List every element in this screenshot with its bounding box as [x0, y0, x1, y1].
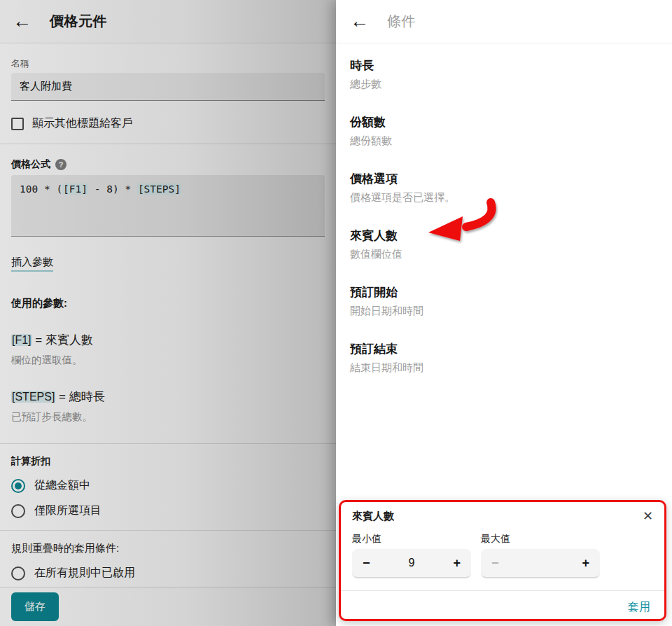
- condition-title: 預訂開始: [350, 284, 658, 300]
- param-steps-chip: [STEPS]: [11, 391, 55, 403]
- formula-text: - 8) *: [88, 183, 137, 195]
- dialog-fields: 最小值 − 9 + 最大值 − +: [352, 533, 653, 578]
- condition-item-price-option[interactable]: 價格選項 價格選項是否已選擇。: [350, 171, 658, 204]
- apply-button[interactable]: 套用: [628, 600, 650, 615]
- overlap-section-label: 規則重疊時的套用條件:: [11, 542, 325, 555]
- radio-all-rules[interactable]: 在所有規則中已啟用: [11, 566, 325, 580]
- radio-icon[interactable]: [11, 566, 25, 580]
- condition-item-booking-end[interactable]: 預訂結束 結束日期和時間: [350, 341, 658, 375]
- radio-selected-items-only[interactable]: 僅限所選項目: [11, 503, 325, 518]
- conditions-list: 時長 總步數 份額數 總份額數 價格選項 價格選項是否已選擇。 來賓人數 數值欄…: [336, 43, 672, 375]
- radio-selected-items-label: 僅限所選項目: [34, 503, 102, 518]
- help-icon[interactable]: ?: [55, 159, 66, 170]
- price-component-form: 名稱 客人附加費 顯示其他標題給客戶 價格公式 ? 100 * ([F1] - …: [0, 57, 336, 626]
- show-alt-title-label: 顯示其他標題給客戶: [32, 116, 133, 131]
- condition-subtitle: 開始日期和時間: [350, 305, 658, 318]
- max-value-stepper: − +: [481, 549, 600, 578]
- conditions-header: ← 條件: [336, 0, 672, 43]
- insert-parameter-button[interactable]: 插入參數: [11, 256, 53, 272]
- param-f1-desc: 欄位的選取值。: [11, 354, 325, 367]
- max-value-field: 最大值 − +: [481, 533, 600, 578]
- drawer-back-icon[interactable]: ←: [350, 12, 369, 31]
- dialog-footer: 套用: [352, 591, 653, 615]
- used-params-label: 使用的參數:: [11, 297, 325, 310]
- condition-title: 來賓人數: [350, 228, 658, 244]
- radio-all-rules-label: 在所有規則中已啟用: [34, 566, 135, 580]
- back-icon[interactable]: ←: [13, 12, 31, 31]
- formula-chip-steps: [STEPS]: [137, 183, 181, 195]
- formula-section-label: 價格公式 ?: [11, 158, 325, 171]
- max-value-label: 最大值: [481, 533, 600, 545]
- price-component-header: ← 價格元件: [0, 0, 336, 43]
- min-value-stepper: − 9 +: [352, 549, 471, 578]
- condition-item-quantity[interactable]: 份額數 總份額數: [350, 114, 658, 148]
- formula-textarea[interactable]: 100 * ([F1] - 8) * [STEPS]: [11, 175, 325, 237]
- price-component-panel: ← 價格元件 名稱 客人附加費 顯示其他標題給客戶 價格公式 ? 100 * (…: [0, 0, 336, 626]
- show-alt-title-row[interactable]: 顯示其他標題給客戶: [11, 116, 325, 131]
- param-f1-chip: [F1]: [11, 334, 32, 346]
- condition-subtitle: 數值欄位值: [350, 248, 658, 261]
- param-f1-line: [F1] = 來賓人數: [11, 332, 325, 348]
- save-button[interactable]: 儲存: [11, 592, 59, 621]
- plus-icon[interactable]: +: [453, 557, 461, 569]
- screen: ← 價格元件 名稱 客人附加費 顯示其他標題給客戶 價格公式 ? 100 * (…: [0, 0, 672, 626]
- param-steps-desc: 已預訂步長總數。: [11, 410, 325, 424]
- param-steps-name: = 總時長: [55, 390, 104, 403]
- divider: [0, 443, 336, 444]
- dialog-title: 來賓人數: [352, 510, 394, 523]
- drawer-title: 條件: [387, 12, 416, 31]
- radio-from-total-label: 從總金額中: [34, 478, 90, 493]
- condition-item-guest-count[interactable]: 來賓人數 數值欄位值: [350, 228, 658, 261]
- page-title: 價格元件: [50, 12, 107, 31]
- param-f1-name: = 來賓人數: [32, 333, 93, 347]
- conditions-drawer: ← 條件 時長 總步數 份額數 總份額數 價格選項 價格選項是否已選擇。 來賓人…: [336, 0, 672, 626]
- plus-icon[interactable]: +: [582, 557, 589, 569]
- show-alt-title-checkbox[interactable]: [11, 118, 24, 130]
- divider: [0, 530, 336, 531]
- name-input[interactable]: 客人附加費: [11, 73, 325, 101]
- minus-icon[interactable]: −: [491, 557, 499, 569]
- condition-subtitle: 價格選項是否已選擇。: [350, 191, 658, 204]
- condition-subtitle: 總份額數: [350, 134, 658, 148]
- dialog-title-row: 來賓人數 ✕: [352, 510, 653, 523]
- condition-title: 份額數: [350, 114, 658, 130]
- condition-subtitle: 結束日期和時間: [350, 361, 658, 375]
- condition-title: 價格選項: [350, 171, 658, 187]
- condition-subtitle: 總步數: [350, 78, 658, 91]
- formula-label-text: 價格公式: [11, 158, 50, 171]
- form-footer: 儲存: [0, 587, 336, 626]
- condition-title: 時長: [350, 57, 658, 74]
- param-steps-line: [STEPS] = 總時長: [11, 389, 325, 405]
- radio-from-total[interactable]: 從總金額中: [11, 478, 325, 493]
- guest-count-dialog: 來賓人數 ✕ 最小值 − 9 + 最大值 − +: [339, 500, 666, 621]
- min-value-field: 最小值 − 9 +: [352, 533, 471, 578]
- min-value-label: 最小值: [352, 533, 471, 545]
- close-icon[interactable]: ✕: [643, 510, 653, 522]
- name-field-label: 名稱: [11, 57, 325, 70]
- condition-title: 預訂結束: [350, 341, 658, 357]
- divider: [0, 144, 336, 144]
- discount-section-label: 計算折扣: [11, 455, 325, 468]
- name-input-value: 客人附加費: [20, 80, 72, 93]
- condition-item-duration[interactable]: 時長 總步數: [350, 57, 658, 91]
- formula-chip-f1: [F1]: [62, 183, 88, 195]
- minus-icon[interactable]: −: [363, 557, 370, 569]
- formula-text: 100 * (: [20, 183, 62, 195]
- radio-icon[interactable]: [11, 504, 25, 518]
- min-value-input[interactable]: 9: [370, 557, 454, 569]
- radio-icon-selected[interactable]: [11, 479, 25, 493]
- condition-item-booking-start[interactable]: 預訂開始 開始日期和時間: [350, 284, 658, 318]
